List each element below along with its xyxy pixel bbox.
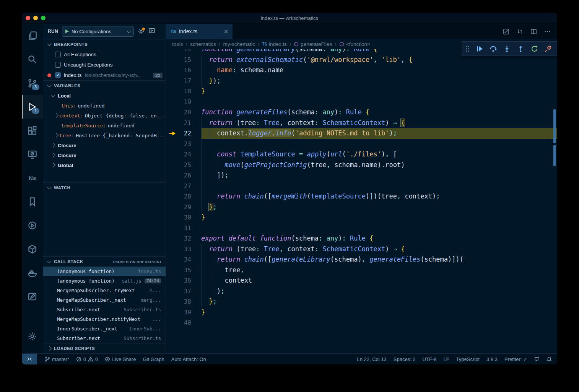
breakpoints-section-header[interactable]: BREAKPOINTS: [43, 39, 166, 49]
call-stack-section-header[interactable]: CALL STACK PAUSED ON BREAKPOINT: [43, 256, 166, 267]
code-line[interactable]: 20function generateFiles(schema: any): R…: [166, 107, 557, 118]
code-line[interactable]: 36 context: [166, 275, 557, 286]
step-into-button[interactable]: [501, 43, 513, 54]
breakpoint-checkbox[interactable]: ✓: [55, 72, 61, 78]
breadcrumb-item[interactable]: <function>: [339, 41, 370, 47]
variables-scope[interactable]: Closure: [43, 140, 166, 150]
cursor-position[interactable]: Ln 22, Col 13: [357, 356, 386, 362]
code-line[interactable]: 40: [166, 317, 557, 328]
code-line[interactable]: 28 return chain([mergeWith(templateSourc…: [166, 191, 557, 202]
variables-scope[interactable]: Local: [43, 91, 166, 101]
breakpoint-checkbox[interactable]: [55, 62, 61, 68]
language-mode[interactable]: TypeScript: [456, 356, 480, 362]
variable-item[interactable]: tree: HostTree {_backend: ScopedH...: [43, 130, 166, 140]
configure-launch-button[interactable]: [138, 28, 145, 35]
code-line[interactable]: 17 });: [166, 76, 557, 86]
code-line[interactable]: 23: [166, 139, 557, 150]
code-line[interactable]: 16 name: schema.name: [166, 65, 557, 76]
call-stack-frame[interactable]: InnerSubscriber._nextInnerSub...: [43, 324, 166, 333]
watch-section-header[interactable]: WATCH: [43, 182, 166, 193]
typescript-version[interactable]: 3.8.3: [486, 356, 498, 362]
call-stack-frame[interactable]: MergeMapSubscriber.notifyNext...: [43, 314, 166, 324]
variables-scope[interactable]: Global: [43, 160, 166, 170]
restart-button[interactable]: [528, 43, 540, 54]
variables-scope[interactable]: Closure: [43, 150, 166, 160]
breadcrumb-item[interactable]: tools: [172, 41, 183, 47]
code-editor[interactable]: 14function generateLibrary(schema: any):…: [166, 49, 557, 353]
breakpoint-checkbox[interactable]: [55, 52, 61, 57]
breakpoint-item[interactable]: All Exceptions: [43, 49, 166, 60]
breakpoint-item[interactable]: Uncaught Exceptions: [43, 60, 166, 70]
code-line[interactable]: 26 ]);: [166, 170, 557, 181]
compare-changes-button[interactable]: [514, 26, 525, 37]
activity-item-run-debug[interactable]: 1: [22, 95, 43, 119]
auto-attach-status[interactable]: Auto Attach: On: [171, 356, 206, 362]
code-line[interactable]: 29 };: [166, 202, 557, 213]
variable-item[interactable]: context: Object {debug: false, en...: [43, 111, 166, 120]
code-line[interactable]: 22 context.logger.info('adding NOTES.md …: [166, 128, 557, 139]
launch-config-dropdown[interactable]: No Configurations: [62, 26, 134, 37]
code-line[interactable]: 18}: [166, 86, 557, 97]
code-line[interactable]: 37 );: [166, 286, 557, 297]
activity-item-docker[interactable]: [22, 261, 43, 285]
code-line[interactable]: 32export default function(schema: any): …: [166, 233, 557, 244]
problems-status[interactable]: 0 0: [76, 356, 98, 362]
activity-item-extensions[interactable]: [22, 119, 43, 142]
code-line[interactable]: 31: [166, 223, 557, 234]
remote-indicator[interactable]: [22, 354, 37, 364]
breadcrumb-item[interactable]: TSindex.ts: [262, 41, 286, 47]
split-editor-button[interactable]: [528, 26, 539, 37]
step-over-button[interactable]: [487, 43, 499, 54]
call-stack-frame[interactable]: (anonymous function)call.js74:24: [43, 276, 166, 286]
breadcrumb-item[interactable]: generateFiles: [294, 41, 332, 47]
code-line[interactable]: 38 };: [166, 296, 557, 307]
code-line[interactable]: 30}: [166, 212, 557, 223]
git-graph-button[interactable]: Git Graph: [143, 356, 164, 362]
run-panel-icon[interactable]: [148, 27, 155, 36]
activity-item-source-control[interactable]: 3: [22, 71, 43, 95]
variable-item[interactable]: templateSource: undefined: [43, 120, 166, 130]
code-line[interactable]: 27: [166, 181, 557, 192]
start-debug-icon[interactable]: [65, 29, 69, 33]
code-line[interactable]: 39}: [166, 307, 557, 318]
breadcrumb-item[interactable]: my-schematic: [223, 41, 255, 47]
live-share-button[interactable]: Live Share: [105, 356, 136, 362]
disconnect-button[interactable]: [542, 43, 554, 54]
prettier-status[interactable]: Prettier: ✓: [504, 356, 527, 362]
feedback-button[interactable]: [534, 356, 540, 362]
activity-item-remote-explorer[interactable]: [22, 142, 43, 166]
git-branch-status[interactable]: master*: [45, 356, 69, 362]
notifications-button[interactable]: [546, 356, 552, 362]
code-line[interactable]: 33 return (tree: Tree, context: Schemati…: [166, 244, 557, 255]
code-line[interactable]: 35 tree,: [166, 265, 557, 276]
breadcrumb-item[interactable]: schematics: [190, 41, 216, 47]
call-stack-frame[interactable]: Subscriber.nextSubscriber.ts: [43, 305, 166, 314]
activity-item-nx-console[interactable]: N≥: [22, 166, 43, 190]
encoding-status[interactable]: UTF-8: [423, 356, 437, 362]
step-out-button[interactable]: [514, 43, 527, 54]
toolbar-drag-handle[interactable]: [466, 46, 469, 52]
code-line[interactable]: 21 return (tree: Tree, context: Schemati…: [166, 118, 557, 128]
eol-status[interactable]: LF: [443, 356, 449, 362]
code-line[interactable]: 19: [166, 97, 557, 107]
close-tab-icon[interactable]: ×: [224, 28, 228, 35]
call-stack-frame[interactable]: MergeMapSubscriber._nextmerg...: [43, 295, 166, 305]
activity-item-live-server[interactable]: [22, 213, 43, 237]
activity-item-snippets[interactable]: [22, 285, 43, 308]
code-line[interactable]: 15 return externalSchematic('@nrwl/works…: [166, 55, 557, 65]
call-stack-frame[interactable]: MergeMapSubscriber._tryNextm...: [43, 286, 166, 295]
code-line[interactable]: 25 move(getProjectConfig(tree, schema.na…: [166, 160, 557, 171]
variables-section-header[interactable]: VARIABLES: [43, 80, 166, 91]
more-actions-button[interactable]: [542, 26, 553, 37]
continue-button[interactable]: [473, 43, 485, 54]
tab-index-ts[interactable]: TS index.ts ×: [166, 24, 233, 39]
variable-item[interactable]: this: undefined: [43, 101, 166, 111]
activity-item-bookmarks[interactable]: [22, 190, 43, 213]
loaded-scripts-section-header[interactable]: LOADED SCRIPTS: [43, 343, 166, 353]
activity-item-explorer[interactable]: [22, 24, 43, 47]
code-line[interactable]: 24 const templateSource = apply(url('./f…: [166, 149, 557, 160]
call-stack-frame[interactable]: (anonymous function)index.ts: [43, 267, 166, 276]
call-stack-frame[interactable]: Subscriber.nextSubscriber.ts: [43, 333, 166, 343]
breakpoint-item[interactable]: ✓index.tstools/schematics/my-sch...22: [43, 70, 166, 80]
indentation-status[interactable]: Spaces: 2: [394, 356, 416, 362]
